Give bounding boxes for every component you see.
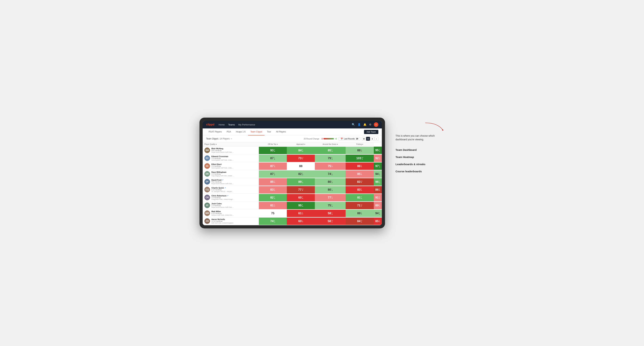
score-change-down: 3▼	[274, 204, 275, 207]
score-change-down: 11▼	[302, 157, 304, 160]
col-header-putting[interactable]: Putting ▾	[346, 142, 374, 147]
score-number: 88	[299, 165, 302, 168]
annotation-arrow	[396, 121, 444, 132]
score-cell-approach: 77 3▼	[315, 194, 346, 201]
player-cell: EC Edward Crossman 1-5 Handicap Sunningd…	[203, 154, 259, 162]
score-number: 86	[357, 165, 360, 168]
nav-link-home[interactable]: Home	[218, 123, 225, 126]
person-icon[interactable]: 👤	[358, 123, 361, 126]
score-box: 96 3▲	[374, 178, 382, 185]
score-cell-approach: 80 3▲	[315, 178, 346, 186]
col-header-approach[interactable]: Approach ▾	[287, 142, 315, 147]
view-grid-large-button[interactable]: ⊟	[366, 137, 370, 141]
score-change-down: 3▼	[332, 165, 333, 168]
table-row[interactable]: EE Elliot Ebert 1-5 Handicap Sunningdale…	[203, 162, 382, 170]
sub-nav-teamclippd[interactable]: Team Clippd	[248, 128, 264, 135]
score-number: 89	[375, 204, 378, 207]
score-box: 83 6▼	[346, 186, 374, 193]
score-number: 58	[328, 219, 331, 223]
score-box: 74 8▲	[259, 218, 287, 225]
arrow-svg	[424, 121, 444, 132]
score-box: 73 11▼	[287, 155, 315, 162]
score-box: 87 1▲	[259, 155, 287, 162]
table-header-row: Player Quality ▾ Off the Tee ▾ Approach …	[203, 142, 382, 147]
table-row[interactable]: JC Josh Coles 1-5 Handicap Royal North D…	[203, 201, 382, 209]
table-row[interactable]: CR Chris Robertson ✔ 1-5 Handicap Craigm…	[203, 194, 382, 201]
player-name: Elliot Ebert	[212, 163, 257, 165]
edit-icon[interactable]: ✏	[231, 138, 232, 140]
nav-link-myperformance[interactable]: My Performance	[238, 123, 255, 126]
score-change-up: 9▲	[379, 149, 380, 152]
col-header-tee[interactable]: Off the Tee ▾	[259, 142, 287, 147]
col-header-green[interactable]: Around the Green ▾	[315, 142, 346, 147]
table-row[interactable]: DF David Ford ✔ Plus Handicap Royal Nort…	[203, 178, 382, 186]
add-team-button[interactable]: Add Team	[364, 130, 378, 134]
sub-nav: PGAT Players PGA Hcaps 1-5 Team Clippd T…	[203, 128, 382, 135]
score-cell-green: 85 3▼	[346, 170, 374, 178]
last-rounds-button[interactable]: 📅 Last Rounds: 20	[338, 137, 360, 141]
player-avatar: CR	[204, 195, 210, 200]
last-rounds-value: 20	[356, 138, 358, 140]
player-club: Royal North Devon Golf Club, United King…	[212, 206, 234, 208]
view-icons: ⊞ ⊟ 🌡 ↕	[362, 137, 378, 141]
score-number: 74	[270, 219, 274, 223]
table-row[interactable]: AN Aaron Nicholls 11-15 Handicap Drift G…	[203, 217, 382, 225]
sub-nav-tour[interactable]: Tour	[264, 128, 274, 135]
team-count: 14 Players	[220, 138, 230, 140]
nav-link-teams[interactable]: Teams	[228, 123, 235, 126]
sub-nav-pga[interactable]: PGA	[224, 128, 234, 135]
col-header-player[interactable]: Player Quality ▾	[203, 142, 259, 147]
player-name: Josh Coles	[212, 202, 257, 205]
player-info: Edward Crossman 1-5 Handicap Sunningdale…	[212, 155, 257, 161]
player-club: Woburn Golf Club, United Kingdom	[212, 214, 234, 216]
score-cell-green: 84 21▲	[346, 217, 374, 225]
search-icon[interactable]: 🔍	[352, 123, 355, 126]
table-row[interactable]: MM Matt Miller 6-10 Handicap Woburn Golf…	[203, 209, 382, 217]
score-change-up: 4▲	[332, 212, 333, 215]
verified-icon: ✔	[222, 179, 224, 181]
score-change-up: 7▲	[302, 180, 304, 183]
player-club: Sunningdale Golf Club, United Kingdom	[212, 159, 234, 161]
annotation-item-2: Leaderboards & streaks	[396, 163, 444, 166]
score-box: 82 3▲	[259, 194, 287, 201]
player-cell: CQ Charlie Quick ✔ 6-10 Handicap St. Geo…	[203, 186, 259, 194]
view-sort-button[interactable]: ↕	[374, 137, 378, 141]
table-row[interactable]: DB Dave Billingham 1-5 Handicap Gog Mago…	[203, 170, 382, 178]
score-cell-tee: 95 8▲	[287, 201, 315, 209]
table-row[interactable]: EC Edward Crossman 1-5 Handicap Sunningd…	[203, 154, 382, 162]
score-number: 61	[298, 212, 302, 215]
score-box: 95 9▲	[374, 147, 382, 154]
score-cell-tee: 60 1▼	[287, 217, 315, 225]
score-cell-tee: 73 11▼	[287, 154, 315, 162]
players-tbody: BM Blair McHarg Plus Handicap Royal Nort…	[203, 147, 382, 225]
score-change-down: 2▼	[361, 212, 362, 215]
tablet-screen: clippd Home Teams My Performance 🔍 👤 🔔 ⚙…	[203, 121, 382, 225]
sub-nav-allplayers[interactable]: All Players	[274, 128, 288, 135]
score-change-up: 4▲	[274, 149, 275, 152]
player-name: David Ford ✔	[212, 179, 257, 181]
table-row[interactable]: CQ Charlie Quick ✔ 6-10 Handicap St. Geo…	[203, 186, 382, 194]
score-change-down: 1▼	[302, 220, 304, 223]
player-handicap: 6-10 Handicap	[212, 189, 257, 191]
sub-nav-hcaps[interactable]: Hcaps 1-5	[234, 128, 248, 135]
score-change-down: 3▼	[302, 212, 304, 215]
score-number: 86	[375, 188, 378, 191]
settings-icon[interactable]: ⚙	[369, 123, 371, 126]
annotation-item-1: Team Heatmap	[396, 156, 444, 159]
player-avatar: CQ	[204, 187, 210, 192]
view-heatmap-button[interactable]: 🌡	[370, 137, 374, 141]
score-cell-quality: 85 3▼	[259, 178, 287, 186]
score-number: 79	[328, 157, 331, 160]
bell-icon[interactable]: 🔔	[363, 123, 366, 126]
avatar[interactable]: U	[374, 122, 378, 127]
score-change-up: 1▲	[332, 188, 333, 191]
score-cell-approach: 80 1▲	[315, 186, 346, 194]
view-grid-small-button[interactable]: ⊞	[362, 137, 366, 141]
score-cell-approach: 75 2▲	[315, 201, 346, 209]
verified-icon: ✔	[227, 195, 228, 197]
score-cell-approach: 85 8▲	[315, 147, 346, 155]
score-number: 88	[357, 149, 360, 152]
table-row[interactable]: BM Blair McHarg Plus Handicap Royal Nort…	[203, 147, 382, 155]
score-change-up: 4▲	[302, 173, 304, 175]
sub-nav-pgat[interactable]: PGAT Players	[206, 128, 224, 135]
